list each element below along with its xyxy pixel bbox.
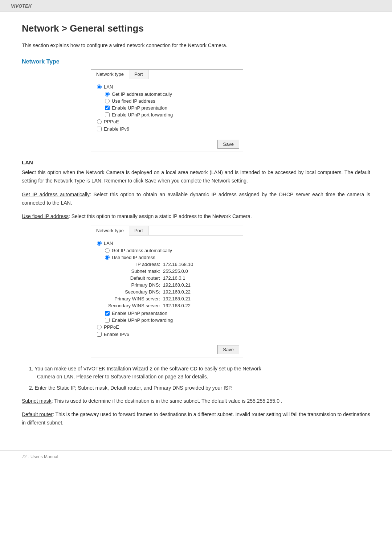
field-value-1: 255.255.0.0 — [163, 268, 188, 274]
pppoe-label-2: PPPoE — [104, 324, 119, 330]
default-router-description: Default router: This is the gateway used… — [22, 410, 370, 427]
enable-upnp-label-1: Enable UPnP presentation — [112, 105, 167, 111]
field-label-1: Subnet mask: — [105, 268, 163, 274]
list-text-1a: You can make use of VIVOTEK Installation… — [34, 366, 261, 372]
lan-label-2: LAN — [104, 241, 113, 246]
use-fixed-ip-label-2: Use fixed IP address — [112, 255, 155, 260]
save-row-1: Save — [91, 138, 243, 152]
top-bar: VIVOTEK — [0, 0, 392, 12]
lan-radio-1[interactable] — [97, 85, 102, 89]
panel-tabs-2: Network type Port — [91, 226, 243, 235]
get-ip-auto-label-2: Get IP address automatically — [112, 248, 172, 253]
field-row-4: Secondary DNS:192.168.0.22 — [105, 289, 237, 295]
pppoe-radio-1[interactable] — [97, 119, 102, 124]
lan-radio-row-2: LAN — [97, 241, 237, 246]
field-label-0: IP address: — [105, 262, 163, 267]
pppoe-radio-2[interactable] — [97, 325, 102, 329]
field-row-3: Primary DNS:192.168.0.21 — [105, 282, 237, 288]
tab-network-type-1[interactable]: Network type — [91, 70, 129, 79]
lan-label-1: LAN — [104, 84, 113, 90]
enable-upnp-checkbox-1[interactable] — [105, 106, 110, 110]
lan-radio-2[interactable] — [97, 241, 102, 246]
tab-network-type-2[interactable]: Network type — [91, 226, 129, 235]
get-ip-auto-description: Get IP address automatically: Select thi… — [22, 190, 370, 207]
network-panel-2: Network type Port LAN Get IP address aut… — [91, 226, 243, 357]
subnet-mask-description: Subnet mask: This is used to determine i… — [22, 397, 370, 405]
enable-upnp-port-checkbox-1[interactable] — [105, 112, 110, 117]
use-fixed-ip-label-1: Use fixed IP address — [112, 98, 155, 104]
enable-upnp-label-2: Enable UPnP presentation — [112, 311, 167, 316]
field-row-5: Primary WINS server:192.168.0.21 — [105, 296, 237, 301]
get-ip-auto-radio-1[interactable] — [105, 92, 110, 97]
panel-body-1: LAN Get IP address automatically Use fix… — [91, 79, 243, 138]
lan-description: Select this option when the Network Came… — [22, 168, 370, 185]
intro-text: This section explains how to configure a… — [22, 41, 370, 49]
field-row-6: Secondary WINS server:192.168.0.22 — [105, 303, 237, 308]
field-value-2: 172.16.0.1 — [163, 275, 185, 281]
page-title: Network > General settings — [22, 23, 370, 34]
field-label-4: Secondary DNS: — [105, 289, 163, 295]
enable-ipv6-label-1: Enable IPv6 — [104, 126, 129, 132]
save-button-1[interactable]: Save — [217, 140, 239, 149]
get-ip-auto-radio-2[interactable] — [105, 248, 110, 253]
field-row-0: IP address:172.16.168.10 — [105, 262, 237, 267]
footer-text: 72 - User's Manual — [22, 454, 58, 459]
use-fixed-ip-row-2: Use fixed IP address — [105, 255, 237, 260]
footer: 72 - User's Manual — [0, 450, 392, 463]
use-fixed-ip-desc-text: : Select this option to manually assign … — [69, 213, 252, 219]
panel-body-2: LAN Get IP address automatically Use fix… — [91, 235, 243, 343]
field-label-5: Primary WINS server: — [105, 296, 163, 301]
subnet-mask-title: Subnet mask — [22, 398, 52, 404]
field-value-4: 192.168.0.22 — [163, 289, 191, 295]
get-ip-auto-label-1: Get IP address automatically — [112, 91, 172, 97]
network-type-heading: Network Type — [22, 58, 370, 65]
network-panel-1: Network type Port LAN Get IP address aut… — [91, 69, 243, 152]
list-item-1: 1. You can make use of VIVOTEK Installat… — [29, 365, 370, 381]
tab-port-2[interactable]: Port — [129, 226, 148, 235]
field-value-0: 172.16.168.10 — [163, 262, 193, 267]
use-fixed-ip-radio-2[interactable] — [105, 255, 110, 260]
default-router-desc-text: : This is the gateway used to forward fr… — [22, 411, 370, 426]
field-value-3: 192.168.0.21 — [163, 282, 191, 288]
field-label-2: Default router: — [105, 275, 163, 281]
list-item-2: 2. Enter the Static IP, Subnet mask, Def… — [29, 384, 370, 392]
enable-upnp-port-label-1: Enable UPnP port forwarding — [112, 112, 173, 118]
enable-ipv6-row-2: Enable IPv6 — [97, 332, 237, 337]
save-button-2[interactable]: Save — [217, 345, 239, 354]
use-fixed-ip-title: Use fixed IP address — [22, 213, 69, 219]
field-label-6: Secondary WINS server: — [105, 303, 163, 308]
enable-upnp-port-checkbox-2[interactable] — [105, 318, 110, 323]
enable-upnp-checkbox-2[interactable] — [105, 311, 110, 316]
panel-tabs-1: Network type Port — [91, 70, 243, 79]
enable-ipv6-checkbox-1[interactable] — [97, 127, 102, 131]
brand-logo: VIVOTEK — [11, 3, 32, 9]
list-number-2: 2. — [29, 385, 35, 391]
list-text-2: Enter the Static IP, Subnet mask, Defaul… — [35, 385, 233, 391]
default-router-title: Default router — [22, 411, 53, 417]
get-ip-auto-row-1: Get IP address automatically — [105, 91, 237, 97]
get-ip-auto-title: Get IP address automatically — [22, 192, 90, 197]
enable-upnp-port-label-2: Enable UPnP port forwarding — [112, 317, 173, 323]
field-value-6: 192.168.0.22 — [163, 303, 191, 308]
enable-ipv6-label-2: Enable IPv6 — [104, 332, 129, 337]
tab-port-1[interactable]: Port — [129, 70, 148, 79]
enable-upnp-port-row-2: Enable UPnP port forwarding — [105, 317, 237, 323]
ip-fields-table: IP address:172.16.168.10Subnet mask:255.… — [105, 262, 237, 308]
list-text-1b: Camera on LAN. Please refer to Software … — [37, 373, 208, 381]
main-content: Network > General settings This section … — [0, 12, 392, 447]
numbered-list: 1. You can make use of VIVOTEK Installat… — [29, 365, 370, 392]
enable-upnp-row-2: Enable UPnP presentation — [105, 311, 237, 316]
pppoe-row-2: PPPoE — [97, 324, 237, 330]
subnet-mask-desc-text: : This is used to determine if the desti… — [52, 398, 282, 404]
use-fixed-ip-radio-1[interactable] — [105, 99, 110, 103]
lan-radio-row-1: LAN — [97, 84, 237, 90]
enable-ipv6-row-1: Enable IPv6 — [97, 126, 237, 132]
field-row-1: Subnet mask:255.255.0.0 — [105, 268, 237, 274]
list-number-1: 1. — [29, 366, 34, 372]
field-value-5: 192.168.0.21 — [163, 296, 191, 301]
pppoe-row-1: PPPoE — [97, 119, 237, 124]
save-row-2: Save — [91, 343, 243, 357]
enable-ipv6-checkbox-2[interactable] — [97, 332, 102, 337]
pppoe-label-1: PPPoE — [104, 119, 119, 124]
enable-upnp-port-row-1: Enable UPnP port forwarding — [105, 112, 237, 118]
